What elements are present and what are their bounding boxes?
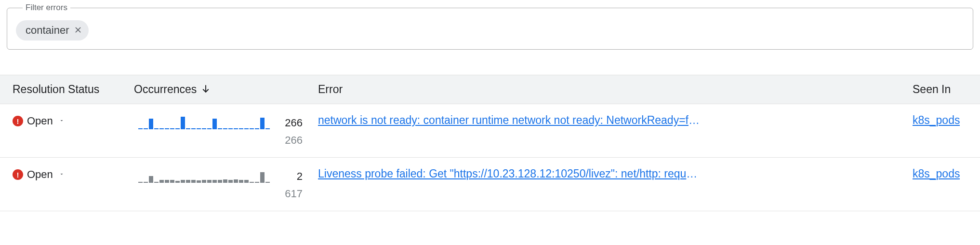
error-link[interactable]: network is not ready: container runtime …: [318, 114, 703, 127]
status-label: Open: [27, 115, 53, 127]
filter-input[interactable]: [93, 25, 964, 37]
occurrence-count: 266: [278, 117, 303, 129]
chevron-down-icon: [59, 171, 65, 178]
header-seen-in[interactable]: Seen In: [913, 83, 980, 96]
error-link[interactable]: Liveness probe failed: Get "https://10.2…: [318, 167, 703, 180]
status-dropdown[interactable]: ! Open: [13, 114, 125, 127]
error-icon: !: [13, 116, 23, 126]
close-icon[interactable]: [74, 26, 82, 35]
occurrence-total: 266: [285, 134, 303, 147]
filter-legend: Filter errors: [23, 3, 70, 13]
filter-chip[interactable]: container: [16, 20, 89, 41]
header-occurrences[interactable]: Occurrences: [125, 83, 318, 96]
table-header-row: Resolution Status Occurrences Error Seen…: [0, 75, 980, 104]
error-icon: !: [13, 169, 23, 180]
header-error[interactable]: Error: [318, 83, 913, 96]
errors-table: Resolution Status Occurrences Error Seen…: [0, 75, 980, 211]
table-row: ! Open 2 617 Liveness probe failed: Get …: [0, 158, 980, 211]
occurrence-count: 2: [278, 170, 303, 183]
sparkline-chart: [138, 167, 270, 183]
sort-descending-icon: [201, 83, 210, 96]
occurrence-total: 617: [285, 188, 303, 200]
chevron-down-icon: [59, 117, 65, 125]
header-resolution-status[interactable]: Resolution Status: [0, 83, 125, 96]
status-dropdown[interactable]: ! Open: [13, 167, 125, 181]
sparkline-chart: [138, 114, 270, 129]
seen-in-link[interactable]: k8s_pods: [913, 167, 960, 180]
filter-chip-label: container: [26, 24, 69, 37]
filter-errors-fieldset[interactable]: Filter errors container: [7, 3, 973, 50]
status-label: Open: [27, 168, 53, 181]
seen-in-link[interactable]: k8s_pods: [913, 114, 960, 127]
table-row: ! Open 266 266 network is not ready: con…: [0, 104, 980, 158]
